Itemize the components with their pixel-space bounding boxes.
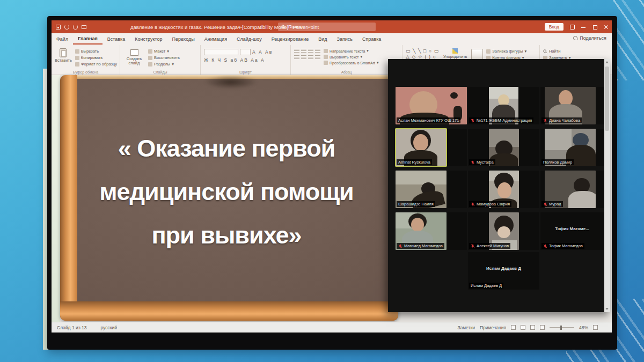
font-grow-shrink[interactable]: А А Ав [252, 49, 273, 55]
paste-button[interactable]: Вставить [55, 47, 72, 68]
bullets-icon[interactable] [294, 49, 299, 53]
tab-animations[interactable]: Анимация [200, 34, 232, 44]
participant-display-name: Тофик Магоме... [540, 226, 604, 231]
participant-tile[interactable]: Шарашидзе Наиля [396, 171, 467, 208]
layout-button[interactable]: Макет ▾ [148, 49, 180, 54]
participant-tile[interactable]: Магомед Магомедов [396, 212, 467, 250]
participant-name-label: Мурад [541, 201, 563, 207]
copy-button[interactable]: Копировать [75, 55, 117, 60]
scrollbar[interactable] [604, 59, 610, 312]
search-box[interactable]: Поиск [278, 23, 376, 31]
photo-background: давление в жидкостях и газах. Решение за… [0, 0, 644, 362]
participant-tile[interactable]: Мурад [540, 171, 604, 208]
font-name-box[interactable] [204, 49, 238, 55]
new-slide-icon [130, 49, 138, 56]
scroll-down-icon[interactable] [605, 308, 609, 310]
align-left-icon[interactable] [294, 55, 299, 60]
start-slideshow-icon[interactable] [82, 25, 86, 29]
scrollbar-thumb[interactable] [605, 67, 609, 131]
redo-icon[interactable] [73, 25, 78, 29]
status-bar: Слайд 1 из 13 русский Заметки Примечания… [52, 322, 612, 333]
participant-name-label: Магомед Магомедов [397, 243, 444, 249]
tab-transitions[interactable]: Переходы [167, 34, 200, 44]
numbering-icon[interactable] [301, 49, 306, 53]
comments-button[interactable]: Примечания [480, 325, 506, 330]
participant-tile[interactable]: Диана Чалабова [540, 87, 604, 124]
participant-name-label: Диана Чалабова [541, 117, 582, 123]
participant-tile[interactable]: Тофик Магоме... Тофик Магомедов [540, 212, 604, 250]
share-icon [573, 36, 577, 40]
align-text-button[interactable]: Выровнять текст ▾ [324, 55, 378, 59]
notes-button[interactable]: Заметки [457, 325, 475, 330]
participant-tile[interactable]: Поляков Дамир [540, 129, 604, 166]
ribbon-tabs: Файл Главная Вставка Конструктор Переход… [52, 33, 612, 45]
reset-button[interactable]: Восстановить [148, 55, 180, 60]
minimize-button[interactable] [581, 25, 586, 29]
cut-icon [75, 49, 79, 54]
font-style-buttons[interactable]: Ж К Ч S аб АВ Аа А [204, 57, 265, 63]
participant-tile[interactable]: №171 ЖББМ-Администрация [468, 87, 539, 124]
shape-fill-icon [486, 49, 491, 54]
tab-help[interactable]: Справка [357, 34, 386, 44]
line-spacing-icon[interactable] [315, 49, 320, 53]
slide[interactable]: « Оказание первой медицинской помощи при… [60, 75, 398, 321]
fit-to-window-icon[interactable] [593, 325, 598, 330]
slide-frame-bottom [60, 301, 398, 321]
scroll-up-icon[interactable] [605, 61, 609, 63]
participant-tile[interactable]: Ислам Дадаев Д Ислам Дадаев Д [468, 252, 539, 290]
titlebar: давление в жидкостях и газах. Решение за… [52, 20, 612, 33]
tab-review[interactable]: Рецензирование [267, 34, 314, 44]
tab-file[interactable]: Файл [52, 34, 73, 44]
tab-view[interactable]: Вид [313, 34, 332, 44]
format-painter-button[interactable]: Формат по образцу [75, 62, 117, 67]
search-label: Поиск [288, 24, 302, 29]
tab-home[interactable]: Главная [73, 34, 103, 45]
tab-record[interactable]: Запись [332, 34, 357, 44]
paste-icon [60, 48, 67, 57]
share-button[interactable]: Поделиться [573, 35, 606, 41]
find-button[interactable]: Найти [543, 49, 570, 54]
slide-number-indicator[interactable]: Слайд 1 из 13 [57, 325, 86, 330]
undo-icon[interactable] [64, 25, 69, 29]
participant-tile[interactable]: Алексей Мигунов [468, 212, 539, 250]
ribbon-options-icon[interactable] [570, 25, 575, 29]
participant-name-label: Aminat Ryskulova [397, 159, 432, 165]
smartart-button[interactable]: Преобразовать в SmartArt ▾ [324, 61, 378, 65]
sections-button[interactable]: Разделы ▾ [148, 62, 180, 67]
participant-tile[interactable]: Мамудова Сафия [468, 171, 539, 208]
participant-tile[interactable]: Aminat Ryskulova [396, 129, 467, 166]
reading-view-button[interactable] [530, 325, 535, 330]
participant-name-label: Мустафа [469, 159, 495, 165]
normal-view-button[interactable] [511, 325, 516, 330]
signin-button[interactable]: Вход [545, 23, 564, 31]
align-right-icon[interactable] [308, 55, 313, 60]
slideshow-button[interactable] [540, 325, 545, 330]
cut-button[interactable]: Вырезать [75, 49, 117, 54]
language-indicator[interactable]: русский [100, 325, 117, 330]
mic-muted-icon [398, 244, 402, 248]
save-icon[interactable] [56, 25, 61, 29]
participant-tile[interactable]: Мустафа [468, 129, 539, 166]
close-button[interactable] [604, 25, 609, 29]
new-slide-button[interactable]: Создать слайд [123, 47, 145, 68]
align-text-icon [324, 55, 328, 59]
mic-muted-icon [471, 202, 475, 206]
participant-tile[interactable]: Аслан Межманович КГУ ОШ 171 [396, 87, 467, 124]
zoom-slider[interactable] [550, 327, 574, 328]
maximize-button[interactable] [592, 25, 597, 29]
tab-slideshow[interactable]: Слайд-шоу [232, 34, 267, 44]
justify-icon[interactable] [315, 55, 320, 60]
shape-fill-button[interactable]: Заливка фигуры ▾ [486, 49, 526, 54]
zoom-percent[interactable]: 48% [579, 325, 588, 330]
align-center-icon[interactable] [301, 55, 306, 60]
indent-icon[interactable] [308, 49, 313, 53]
zoom-meeting-window: Аслан Межманович КГУ ОШ 171 №171 ЖББМ-Ад… [388, 59, 610, 312]
group-clipboard: Вставить Вырезать Копировать Формат по о… [52, 45, 120, 75]
tab-design[interactable]: Конструктор [130, 34, 167, 44]
slide-sorter-button[interactable] [521, 325, 525, 330]
mic-muted-icon [543, 202, 547, 206]
tab-insert[interactable]: Вставка [103, 34, 130, 44]
font-size-box[interactable] [240, 49, 251, 55]
canvas-left-edge [52, 75, 60, 322]
text-direction-button[interactable]: Направление текста ▾ [324, 49, 378, 53]
